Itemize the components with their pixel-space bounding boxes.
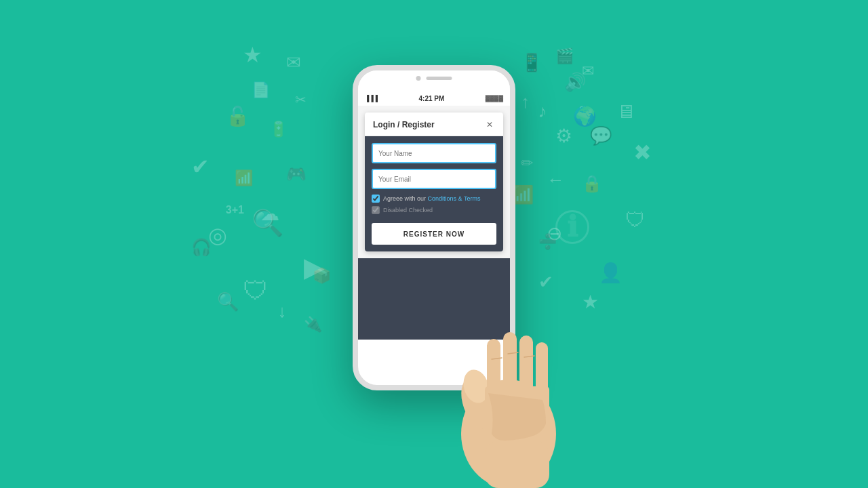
gamepad-icon: 🎮 [286, 166, 307, 182]
svg-rect-6 [536, 342, 548, 393]
svg-rect-5 [519, 336, 533, 393]
counter-icon: 3+1 [226, 205, 244, 216]
globe-icon: 🌍 [573, 107, 597, 126]
mobile-icon: 📱 [521, 54, 542, 71]
verified-icon: ✔ [538, 273, 553, 291]
signal-bars: ▐▐▐ [365, 95, 378, 102]
email-input[interactable] [372, 169, 496, 189]
modal-title: Login / Register [373, 120, 435, 129]
signal-icon: 📶 [235, 171, 253, 186]
check-circle-icon: ✔ [191, 156, 210, 178]
email-icon: ✉ [286, 54, 301, 71]
status-bar: ▐▐▐ 4:21 PM ▓▓▓▓ [358, 91, 510, 106]
zoom-in-icon: 🔍 [217, 293, 239, 310]
document-icon: 📄 [252, 83, 270, 98]
monitor-icon: 🖥 [616, 102, 635, 121]
terms-checkbox[interactable] [372, 195, 380, 203]
speaker-icon: 🔊 [564, 73, 586, 91]
headphone-icon: 🎧 [191, 239, 212, 256]
phone-screen: Login / Register ✕ Agreee with our Condi… [358, 106, 510, 258]
settings-icon: ⚙ [555, 127, 572, 146]
camera-dot [416, 76, 421, 81]
star-icon: ★ [243, 44, 262, 66]
svg-rect-4 [503, 332, 517, 393]
hand-illustration [441, 298, 576, 488]
unlock-icon: 🔓 [226, 107, 250, 126]
modal-dialog: Login / Register ✕ Agreee with our Condi… [365, 113, 503, 251]
pencil-icon: ✏ [521, 156, 533, 171]
magnify-icon: 🔍 [252, 210, 283, 236]
terms-checkbox-row: Agreee with our Conditions & Terms [372, 195, 496, 203]
time-display: 4:21 PM [419, 95, 445, 102]
scissors-icon: ✂ [295, 93, 307, 106]
shield-icon: 🛡 [625, 210, 646, 230]
download-icon: ↓ [278, 302, 287, 320]
chat-icon: 💬 [590, 127, 612, 144]
upload-icon: ↑ [521, 93, 530, 110]
svg-rect-3 [487, 339, 500, 393]
modal-body: Agreee with our Conditions & Terms Disab… [365, 136, 503, 251]
terms-label: Agreee with our Conditions & Terms [383, 195, 480, 202]
cloud-icon: ☁ [260, 205, 279, 224]
disabled-checkbox [372, 206, 380, 214]
phone-top [358, 70, 510, 91]
shield-check-icon: 🛡 [243, 278, 269, 304]
lock-icon: 🔒 [582, 176, 602, 192]
register-button[interactable]: REGISTER NOW [372, 223, 496, 245]
video-icon: 🎬 [555, 49, 574, 64]
star2-icon: ★ [582, 293, 599, 312]
plug-icon: 🔌 [304, 317, 322, 332]
modal-header: Login / Register ✕ [365, 113, 503, 136]
name-input[interactable] [372, 143, 496, 163]
phone-top-elements [416, 76, 452, 81]
target-icon: ◎ [208, 224, 227, 246]
add-user-icon: 👤 [599, 264, 623, 283]
battery-indicator: ▓▓▓▓ [486, 95, 503, 102]
info-icon: ℹ [555, 210, 589, 244]
speaker-bar [427, 77, 452, 80]
note-icon: ♪ [538, 102, 547, 120]
disabled-checkbox-row: Disabled Checked [372, 206, 496, 214]
battery-icon: 🔋 [269, 122, 288, 137]
box-icon: 📦 [313, 268, 331, 283]
error-icon: ✖ [633, 142, 652, 163]
minus-circle-icon: ⊖ [547, 224, 562, 243]
play-icon: ▶ [304, 253, 325, 281]
divide-icon: ➗ [538, 235, 557, 249]
mail-icon: ✉ [582, 64, 594, 79]
back-icon: ← [547, 171, 564, 188]
disabled-label: Disabled Checked [383, 207, 433, 214]
svg-rect-11 [485, 441, 549, 488]
close-button[interactable]: ✕ [484, 119, 495, 130]
